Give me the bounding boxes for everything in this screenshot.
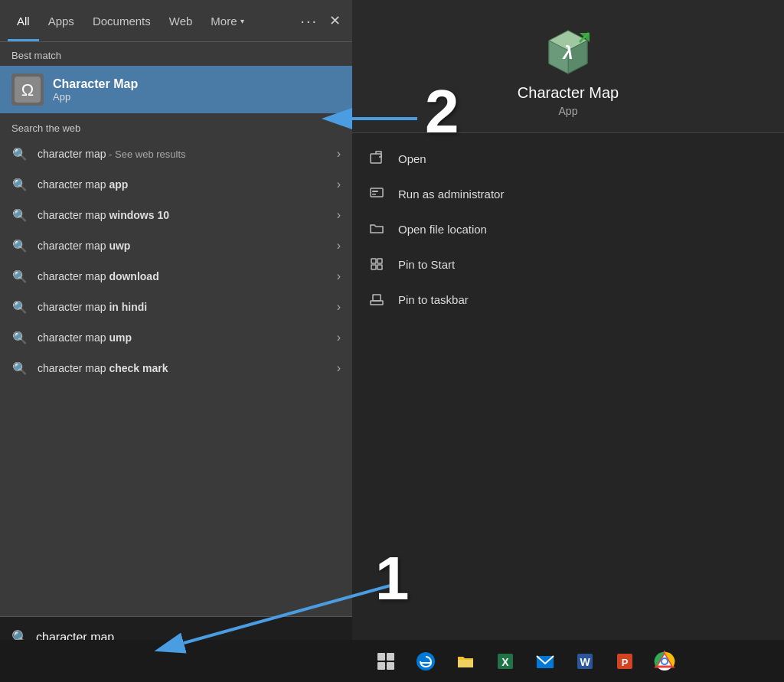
- action-list: Open Run as administrator Open file loca…: [352, 133, 784, 325]
- svg-point-27: [416, 652, 435, 671]
- svg-rect-14: [371, 188, 383, 197]
- chevron-right-icon: ›: [337, 147, 341, 161]
- action-fileloc-label: Open file location: [398, 223, 487, 236]
- search-icon: 🔍: [11, 329, 28, 346]
- taskbar-mail[interactable]: [526, 642, 564, 680]
- action-pin-start[interactable]: Pin to Start: [352, 246, 784, 282]
- svg-rect-22: [373, 295, 381, 301]
- svg-rect-24: [387, 653, 394, 661]
- tab-apps[interactable]: Apps: [39, 0, 83, 41]
- search-icon: 🔍: [11, 237, 28, 254]
- svg-text:λ: λ: [561, 42, 573, 63]
- tab-all[interactable]: All: [8, 0, 39, 41]
- search-result-text-2: character map windows 10: [38, 209, 328, 221]
- search-panel: All Apps Documents Web More ▾ ··· ✕ Best…: [0, 0, 352, 658]
- pin-start-icon: [368, 255, 386, 273]
- search-result-5[interactable]: 🔍 character map in hindi ›: [0, 292, 352, 322]
- svg-rect-20: [377, 265, 382, 269]
- search-result-7[interactable]: 🔍 character map check mark ›: [0, 353, 352, 383]
- search-icon: 🔍: [11, 299, 28, 315]
- search-icon: 🔍: [11, 360, 28, 377]
- chevron-right-icon: ›: [337, 361, 341, 375]
- taskbar: X W P: [0, 640, 784, 682]
- app-detail-type: App: [559, 105, 578, 117]
- action-pinstart-label: Pin to Start: [398, 258, 455, 271]
- search-result-text-3: character map uwp: [38, 240, 328, 252]
- taskbar-icons: X W P: [359, 642, 684, 680]
- admin-icon: [368, 184, 386, 203]
- svg-text:W: W: [580, 656, 590, 668]
- taskbar-word[interactable]: W: [566, 642, 604, 680]
- action-open[interactable]: Open: [352, 141, 784, 176]
- svg-text:P: P: [622, 657, 629, 668]
- taskbar-chrome[interactable]: [645, 642, 684, 680]
- search-icon: 🔍: [11, 268, 28, 285]
- svg-rect-16: [372, 194, 376, 195]
- svg-text:Ω: Ω: [21, 80, 34, 100]
- action-pin-taskbar[interactable]: Pin to taskbar: [352, 282, 784, 317]
- more-options-button[interactable]: ···: [300, 12, 318, 30]
- search-result-2[interactable]: 🔍 character map windows 10 ›: [0, 200, 352, 230]
- search-result-text-7: character map check mark: [38, 362, 328, 374]
- taskbar-edge[interactable]: [407, 642, 445, 680]
- chevron-right-icon: ›: [337, 300, 341, 314]
- svg-rect-17: [371, 259, 376, 263]
- close-button[interactable]: ✕: [325, 8, 345, 33]
- folder-icon: [368, 220, 386, 238]
- action-pintaskbar-label: Pin to taskbar: [398, 293, 469, 306]
- svg-rect-18: [377, 259, 382, 263]
- chevron-right-icon: ›: [337, 208, 341, 222]
- svg-point-39: [662, 659, 667, 664]
- search-result-text-4: character map download: [38, 270, 328, 282]
- right-panel: λ Character Map App Open: [352, 0, 784, 658]
- search-result-text-5: character map in hindi: [38, 301, 328, 313]
- taskbar-taskview[interactable]: [367, 642, 405, 680]
- search-result-web[interactable]: 🔍 character map - See web results ›: [0, 139, 352, 169]
- search-result-text-0: character map - See web results: [38, 148, 328, 160]
- tab-documents[interactable]: Documents: [83, 0, 160, 41]
- tab-more[interactable]: More ▾: [201, 0, 253, 41]
- search-result-4[interactable]: 🔍 character map download ›: [0, 261, 352, 292]
- charmap-icon-small: Ω: [11, 73, 44, 106]
- chevron-right-icon: ›: [337, 239, 341, 253]
- pin-taskbar-icon: [368, 290, 386, 308]
- svg-rect-19: [371, 265, 376, 269]
- search-result-text-1: character map app: [38, 178, 328, 191]
- chevron-right-icon: ›: [337, 269, 341, 283]
- search-result-3[interactable]: 🔍 character map uwp ›: [0, 230, 352, 261]
- svg-text:X: X: [501, 656, 509, 668]
- search-web-label: Search the web: [0, 113, 352, 139]
- search-result-text-6: character map ump: [38, 331, 328, 344]
- best-match-label: Best match: [0, 42, 352, 66]
- search-result-1[interactable]: 🔍 character map app ›: [0, 169, 352, 200]
- chevron-right-icon: ›: [337, 178, 341, 191]
- svg-rect-13: [371, 154, 381, 163]
- taskbar-explorer[interactable]: [446, 642, 485, 680]
- search-result-6[interactable]: 🔍 character map ump ›: [0, 322, 352, 353]
- svg-rect-25: [377, 662, 385, 670]
- app-detail-name: Character Map: [518, 84, 619, 102]
- search-icon: 🔍: [11, 145, 28, 162]
- app-detail-header: λ Character Map App: [352, 0, 784, 133]
- svg-rect-23: [377, 653, 385, 661]
- chevron-right-icon: ›: [337, 331, 341, 344]
- open-icon: [368, 149, 386, 168]
- search-icon: 🔍: [11, 207, 28, 224]
- search-icon: 🔍: [11, 176, 28, 193]
- tabs-bar: All Apps Documents Web More ▾ ··· ✕: [0, 0, 352, 42]
- chevron-down-icon: ▾: [240, 17, 244, 25]
- svg-rect-26: [387, 662, 394, 670]
- taskbar-excel[interactable]: X: [486, 642, 524, 680]
- action-run-admin[interactable]: Run as administrator: [352, 176, 784, 211]
- tab-web[interactable]: Web: [160, 0, 202, 41]
- action-file-location[interactable]: Open file location: [352, 211, 784, 246]
- svg-rect-15: [372, 191, 378, 192]
- best-match-item[interactable]: Ω Character Map App: [0, 66, 352, 113]
- taskbar-powerpoint[interactable]: P: [606, 642, 644, 680]
- action-open-label: Open: [398, 152, 426, 165]
- svg-rect-28: [458, 660, 473, 667]
- best-match-text: Character Map App: [53, 77, 138, 103]
- action-admin-label: Run as administrator: [398, 188, 504, 201]
- app-logo: λ: [537, 23, 599, 84]
